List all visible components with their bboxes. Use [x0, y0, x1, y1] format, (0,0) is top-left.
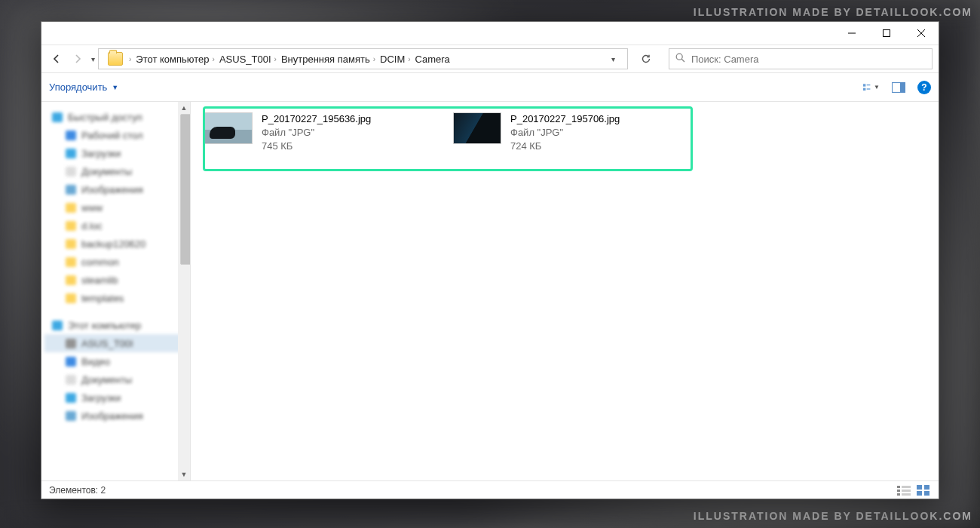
breadcrumb-dropdown[interactable]: ▾	[603, 55, 623, 63]
status-bar: Элементов: 2	[41, 480, 939, 499]
nav-item-label: Загрузки	[81, 148, 121, 159]
svg-rect-7	[863, 87, 865, 90]
details-view-button[interactable]	[896, 484, 911, 496]
svg-rect-17	[902, 493, 911, 496]
file-type: Файл "JPG"	[262, 126, 371, 140]
file-name: P_20170227_195706.jpg	[510, 112, 620, 126]
nav-item-label: steamlib	[81, 275, 118, 286]
svg-rect-1	[884, 30, 890, 37]
nav-item[interactable]: Этот компьютер	[44, 316, 187, 334]
address-bar: ▾ ›Этот компьютер ›ASUS_T00I ›Внутренняя…	[41, 45, 939, 73]
breadcrumb-item[interactable]: DCIM	[380, 54, 405, 65]
nav-item-label: ASUS_T00I	[81, 338, 133, 349]
svg-rect-14	[897, 493, 900, 496]
file-name: P_20170227_195636.jpg	[262, 112, 371, 126]
nav-item[interactable]: Загрузки	[44, 144, 187, 162]
preview-pane-button[interactable]	[890, 79, 907, 96]
search-input[interactable]	[691, 54, 926, 65]
breadcrumb-item[interactable]: ASUS_T00I	[219, 54, 271, 65]
title-bar	[41, 22, 939, 45]
maximize-button[interactable]	[869, 22, 904, 45]
search-box[interactable]	[669, 48, 933, 69]
nav-item-label: Документы	[81, 374, 132, 385]
search-icon	[675, 53, 685, 65]
nav-item-label: common	[81, 256, 119, 268]
breadcrumb-item[interactable]: Camera	[415, 54, 450, 65]
nav-item-label: backup120620	[81, 238, 145, 250]
nav-item-label: d.loc	[81, 220, 102, 232]
explorer-body: Быстрый доступРабочий столЗагрузкиДокуме…	[41, 102, 939, 480]
command-bar: Упорядочить ▼ ▼ ?	[41, 73, 939, 102]
navigation-pane[interactable]: Быстрый доступРабочий столЗагрузкиДокуме…	[41, 102, 191, 480]
breadcrumb[interactable]: ›Этот компьютер ›ASUS_T00I ›Внутренняя п…	[98, 48, 628, 69]
svg-line-5	[681, 59, 684, 62]
file-size: 724 КБ	[510, 140, 620, 153]
nav-item[interactable]: ASUS_T00I	[44, 334, 187, 352]
explorer-window: ▾ ›Этот компьютер ›ASUS_T00I ›Внутренняя…	[41, 21, 939, 499]
nav-item[interactable]: Рабочий стол	[44, 126, 187, 144]
refresh-button[interactable]	[635, 48, 657, 69]
svg-point-4	[676, 54, 682, 60]
svg-rect-21	[924, 491, 929, 496]
svg-rect-13	[897, 490, 900, 492]
breadcrumb-item[interactable]: Внутренняя память	[281, 54, 370, 65]
nav-item[interactable]: Документы	[44, 370, 187, 388]
history-dropdown[interactable]: ▾	[91, 55, 95, 63]
nav-item[interactable]: Изображения	[44, 407, 187, 425]
file-list[interactable]: P_20170227_195636.jpg Файл "JPG" 745 КБ …	[191, 102, 939, 480]
nav-item-label: Рабочий стол	[81, 130, 143, 141]
nav-item[interactable]: templates	[44, 289, 187, 307]
file-thumbnail	[453, 112, 501, 144]
scroll-thumb[interactable]	[180, 114, 191, 265]
nav-item[interactable]: Быстрый доступ	[44, 108, 187, 126]
nav-scrollbar[interactable]: ▲ ▼	[178, 102, 190, 480]
svg-rect-18	[917, 485, 922, 490]
svg-rect-6	[863, 84, 865, 86]
nav-item[interactable]: Изображения	[44, 180, 187, 198]
nav-item-label: templates	[81, 293, 124, 304]
nav-item[interactable]: Загрузки	[44, 388, 187, 407]
nav-item[interactable]: steamlib	[44, 271, 187, 289]
nav-item-label: Изображения	[81, 184, 143, 195]
scroll-up-button[interactable]: ▲	[178, 102, 190, 114]
icons-view-button[interactable]	[916, 484, 931, 496]
file-thumbnail	[204, 112, 253, 144]
scroll-down-button[interactable]: ▼	[178, 468, 190, 480]
organize-label: Упорядочить	[49, 81, 107, 93]
nav-item[interactable]: Видео	[44, 352, 187, 370]
nav-item[interactable]: d.loc	[44, 216, 187, 235]
view-options-button[interactable]: ▼	[863, 79, 880, 96]
svg-rect-11	[900, 82, 905, 92]
svg-rect-20	[917, 491, 922, 496]
nav-item[interactable]: backup120620	[44, 235, 187, 253]
file-type: Файл "JPG"	[510, 126, 620, 140]
organize-button[interactable]: Упорядочить ▼	[49, 81, 118, 93]
file-size: 745 КБ	[262, 140, 371, 153]
breadcrumb-item[interactable]: Этот компьютер	[136, 54, 209, 65]
back-button[interactable]	[47, 50, 66, 68]
nav-item[interactable]: Документы	[44, 162, 187, 180]
file-item[interactable]: P_20170227_195706.jpg Файл "JPG" 724 КБ	[453, 112, 672, 153]
svg-rect-19	[924, 485, 929, 490]
nav-item[interactable]: www	[44, 198, 187, 216]
nav-item-label: Этот компьютер	[68, 320, 141, 331]
svg-rect-15	[902, 486, 911, 488]
svg-rect-12	[897, 486, 900, 488]
nav-item-label: Изображения	[81, 410, 143, 422]
nav-item[interactable]: common	[44, 253, 187, 271]
nav-item-label: Быстрый доступ	[68, 112, 142, 123]
nav-item-label: Документы	[81, 166, 132, 177]
nav-item-label: Видео	[81, 356, 110, 367]
svg-rect-16	[902, 490, 911, 492]
help-button[interactable]: ?	[917, 81, 931, 94]
nav-item-label: www	[81, 202, 103, 213]
file-item[interactable]: P_20170227_195636.jpg Файл "JPG" 745 КБ	[204, 112, 423, 153]
close-button[interactable]	[904, 22, 939, 45]
nav-item-label: Загрузки	[81, 392, 121, 404]
minimize-button[interactable]	[835, 22, 869, 45]
item-count: Элементов: 2	[49, 485, 106, 496]
folder-icon	[108, 52, 123, 66]
forward-button[interactable]	[69, 50, 87, 68]
chevron-down-icon: ▼	[112, 84, 118, 91]
